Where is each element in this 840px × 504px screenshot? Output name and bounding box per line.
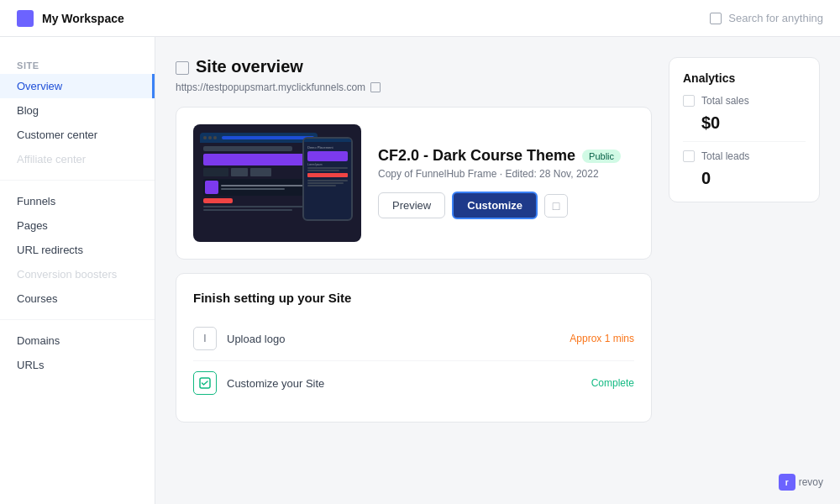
upload-logo-status: Approx 1 mins bbox=[570, 333, 634, 344]
preview-desktop bbox=[200, 133, 318, 213]
customize-site-status: Complete bbox=[591, 377, 634, 389]
sidebar-item-customer-center[interactable]: Customer center bbox=[0, 123, 155, 147]
search-bar[interactable]: Search for anything bbox=[710, 12, 823, 24]
funnel-meta: Copy of FunnelHub Frame · Edited: 28 Nov… bbox=[378, 168, 634, 180]
revoy-label: revoy bbox=[799, 476, 823, 488]
sidebar-item-courses[interactable]: Courses bbox=[0, 286, 155, 311]
sidebar-item-pages[interactable]: Pages bbox=[0, 213, 155, 238]
customize-button[interactable]: Customize bbox=[452, 192, 538, 219]
funnel-preview: Demo Placement Lorem Ipsum bbox=[193, 124, 361, 242]
funnel-card-inner: Demo Placement Lorem Ipsum bbox=[193, 124, 634, 242]
analytics-title: Analytics bbox=[683, 71, 806, 85]
layout: Site Overview Blog Customer center Affil… bbox=[0, 37, 840, 504]
funnel-actions: Preview Customize □ bbox=[378, 192, 634, 219]
setup-title: Finish setting up your Site bbox=[193, 291, 634, 305]
search-icon bbox=[710, 13, 722, 24]
analytics-panel: Analytics Total sales $0 Total leads 0 bbox=[669, 57, 820, 484]
revoy-branding: r revoy bbox=[779, 474, 823, 491]
preview-button[interactable]: Preview bbox=[378, 192, 445, 218]
total-sales-value: $0 bbox=[701, 113, 806, 133]
sidebar-item-urls[interactable]: URLs bbox=[0, 353, 155, 377]
site-url-text: https://testpopupsmart.myclickfunnels.co… bbox=[176, 81, 365, 93]
total-sales-item: Total sales bbox=[683, 95, 806, 107]
sidebar-divider-2 bbox=[0, 319, 155, 320]
sidebar-divider-1 bbox=[0, 180, 155, 181]
analytics-card: Analytics Total sales $0 Total leads 0 bbox=[669, 57, 820, 202]
sidebar-item-overview[interactable]: Overview bbox=[0, 74, 155, 98]
page-title-icon bbox=[176, 61, 189, 75]
sidebar-item-blog[interactable]: Blog bbox=[0, 98, 155, 123]
upload-logo-icon: I bbox=[193, 327, 217, 350]
total-leads-checkbox[interactable] bbox=[683, 150, 695, 162]
setup-item-upload-logo: I Upload logo Approx 1 mins bbox=[193, 317, 634, 361]
customize-site-label: Customize your Site bbox=[227, 377, 581, 390]
upload-logo-label: Upload logo bbox=[227, 333, 559, 345]
search-placeholder: Search for anything bbox=[728, 12, 823, 24]
total-sales-label: Total sales bbox=[701, 95, 749, 107]
workspace-logo bbox=[17, 10, 34, 27]
total-leads-value: 0 bbox=[701, 169, 806, 188]
setup-item-customize-site: Customize your Site Complete bbox=[193, 361, 634, 405]
sidebar-item-funnels[interactable]: Funnels bbox=[0, 189, 155, 213]
sidebar-section-site: Site bbox=[0, 54, 155, 74]
setup-card: Finish setting up your Site I Upload log… bbox=[176, 273, 652, 423]
sidebar-item-url-redirects[interactable]: URL redirects bbox=[0, 238, 155, 262]
more-options-button[interactable]: □ bbox=[544, 194, 568, 218]
sidebar-item-conversion-boosters: Conversion boosters bbox=[0, 262, 155, 286]
main-content: Site overview https://testpopupsmart.myc… bbox=[155, 37, 840, 504]
funnel-card: Demo Placement Lorem Ipsum bbox=[176, 107, 652, 260]
total-leads-label: Total leads bbox=[701, 150, 749, 162]
funnel-name: CF2.0 - Dark Course Theme Public bbox=[378, 147, 634, 165]
copy-url-icon[interactable] bbox=[370, 82, 381, 92]
total-leads-item: Total leads bbox=[683, 150, 806, 162]
main-left: Site overview https://testpopupsmart.myc… bbox=[176, 57, 652, 484]
sidebar-item-affiliate-center: Affiliate center bbox=[0, 147, 155, 171]
topbar: My Workspace Search for anything bbox=[0, 0, 840, 37]
sidebar: Site Overview Blog Customer center Affil… bbox=[0, 37, 155, 504]
sidebar-item-domains[interactable]: Domains bbox=[0, 328, 155, 353]
site-url-row: https://testpopupsmart.myclickfunnels.co… bbox=[176, 81, 652, 93]
preview-mobile: Demo Placement Lorem Ipsum bbox=[302, 137, 353, 221]
customize-site-icon bbox=[193, 371, 217, 395]
revoy-icon: r bbox=[779, 474, 795, 491]
funnel-info: CF2.0 - Dark Course Theme Public Copy of… bbox=[378, 147, 634, 219]
more-icon: □ bbox=[553, 199, 559, 213]
page-title: Site overview bbox=[196, 57, 303, 76]
funnel-status-badge: Public bbox=[582, 150, 621, 163]
total-sales-checkbox[interactable] bbox=[683, 95, 695, 107]
workspace-title: My Workspace bbox=[42, 12, 701, 25]
